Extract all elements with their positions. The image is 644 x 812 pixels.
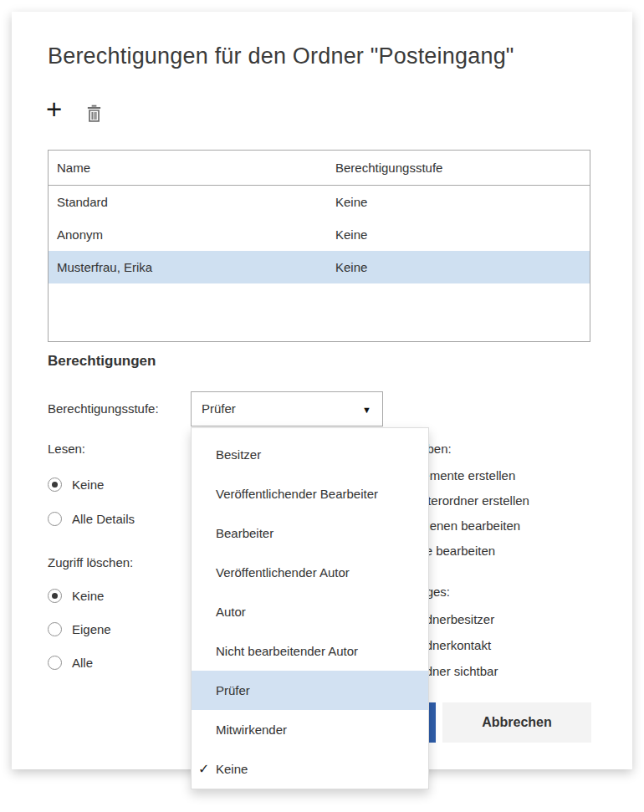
table-row-selected[interactable]: Musterfrau, Erika Keine [49,251,590,283]
delete-access-group-label: Zugriff löschen: [48,554,133,572]
radio-label: Alle Details [72,512,135,526]
cancel-button[interactable]: Abbrechen [442,702,591,743]
dialog-title: Berechtigungen für den Ordner "Posteinga… [48,43,514,69]
table-row[interactable]: Standard Keine [49,186,590,218]
dropdown-item-keine[interactable]: ✓ Keine [192,749,428,789]
dropdown-item-veroeffentlichender-autor[interactable]: Veröffentlichender Autor [192,553,428,592]
table-header: Name Berechtigungsstufe [49,151,590,186]
dropdown-item-label: Keine [216,762,248,776]
dropdown-item-nicht-bearbeitender-autor[interactable]: Nicht bearbeitender Autor [192,631,428,671]
radio-icon[interactable] [48,512,62,526]
table-row[interactable]: Anonym Keine [49,218,590,251]
delete-option-keine[interactable]: Keine [48,585,104,605]
delete-option-alle[interactable]: Alle [48,652,93,672]
read-option-keine[interactable]: Keine [48,474,104,494]
row-level: Keine [335,251,590,283]
radio-label: Eigene [72,622,111,636]
delete-option-eigene[interactable]: Eigene [48,619,111,639]
dropdown-item-mitwirkender[interactable]: Mitwirkender [192,710,428,749]
row-name: Standard [49,186,335,218]
permission-level-select[interactable]: Prüfer ▼ [191,391,383,426]
trash-icon [85,114,103,126]
radio-label: Keine [72,477,104,492]
radio-icon[interactable] [48,589,62,603]
read-option-alle-details[interactable]: Alle Details [48,508,135,529]
row-level: Keine [335,186,590,218]
dropdown-item-veroeffentlichender-bearbeiter[interactable]: Veröffentlichender Bearbeiter [192,474,428,513]
folder-permissions-dialog: Berechtigungen für den Ordner "Posteinga… [12,12,632,769]
delete-permission-button[interactable] [85,104,103,126]
dropdown-item-besitzer[interactable]: Besitzer [192,435,428,474]
checkbox-label: Unterordner erstellen [411,493,529,508]
permission-level-dropdown-menu: Besitzer Veröffentlichender Bearbeiter B… [191,427,429,789]
radio-label: Alle [72,656,93,670]
dropdown-item-autor[interactable]: Autor [192,592,428,631]
chevron-down-icon: ▼ [362,393,371,426]
plus-icon: + [46,94,62,125]
radio-icon[interactable] [48,622,62,636]
radio-label: Keine [72,589,104,603]
permission-level-label: Berechtigungsstufe: [48,391,159,426]
permissions-section-heading: Berechtigungen [48,353,156,370]
column-header-name: Name [49,151,335,185]
radio-icon[interactable] [48,477,62,492]
dropdown-item-pruefer[interactable]: Prüfer [192,671,428,710]
checkmark-icon: ✓ [198,749,209,789]
radio-icon[interactable] [48,656,62,670]
permissions-table: Name Berechtigungsstufe Standard Keine A… [48,150,590,342]
dropdown-item-bearbeiter[interactable]: Bearbeiter [192,513,428,553]
selected-permission-level: Prüfer [202,392,236,426]
row-level: Keine [335,218,590,251]
read-group-label: Lesen: [48,440,85,458]
row-name: Musterfrau, Erika [49,251,335,283]
add-permission-button[interactable]: + [46,95,62,123]
column-header-level: Berechtigungsstufe [335,151,590,185]
row-name: Anonym [49,218,335,251]
